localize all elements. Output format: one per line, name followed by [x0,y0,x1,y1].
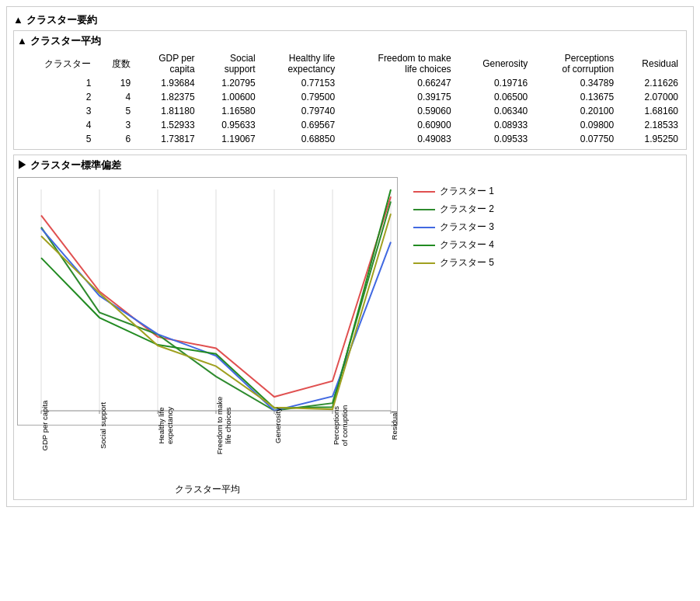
cell-generosity: 0.09533 [456,132,533,146]
cell-count: 19 [96,76,135,90]
cell-healthy: 0.79500 [260,90,340,104]
legend-line [413,209,435,210]
avg-section-title: ▲ クラスター平均 [17,34,683,48]
cell-cluster: 3 [17,104,96,118]
std-collapse-icon[interactable]: ▶ [17,159,27,171]
x-axis-label: Healthy life expectancy [157,407,175,444]
cell-cluster: 4 [17,118,96,132]
legend-label: クラスター 4 [440,238,494,252]
legend-line [413,191,435,193]
cell-corruption: 0.34789 [532,76,618,90]
x-axis-label: Social support [99,402,107,449]
legend-line [413,245,435,246]
legend-label: クラスター 2 [440,203,494,216]
cell-corruption: 0.20100 [532,104,618,118]
cell-gdp: 1.73817 [135,132,199,146]
cell-generosity: 0.08933 [456,118,533,132]
cell-social: 1.19067 [200,132,260,146]
x-axis-label: Freedom to make life choices [215,397,233,454]
col-header-generosity: Generosity [456,51,533,76]
cell-generosity: 0.06340 [456,104,533,118]
legend-item: クラスター 4 [413,238,494,252]
cell-freedom: 0.39175 [340,90,455,104]
col-header-gdp: GDP percapita [135,51,199,76]
cell-healthy: 0.77153 [260,76,340,90]
cell-gdp: 1.52933 [135,118,199,132]
cell-healthy: 0.69567 [260,118,340,132]
table-row: 5 6 1.73817 1.19067 0.68850 0.49083 0.09… [17,132,683,146]
cell-residual: 2.07000 [618,90,683,104]
cell-corruption: 0.13675 [532,90,618,104]
cell-residual: 2.11626 [618,76,683,90]
main-title: ▲ クラスター要約 [13,13,687,27]
cell-cluster: 5 [17,132,96,146]
cell-freedom: 0.49083 [340,132,455,146]
table-row: 4 3 1.52933 0.95633 0.69567 0.60900 0.08… [17,118,683,132]
chart-wrapper: GDP per capitaSocial supportHealthy life… [17,177,398,496]
std-section-title: ▶ クラスター標準偏差 [17,158,683,172]
cluster-avg-section: ▲ クラスター平均 クラスター 度数 GDP percapita Socials… [13,30,687,150]
cell-residual: 1.68160 [618,104,683,118]
legend-line [413,227,435,228]
col-header-healthy: Healthy lifeexpectancy [260,51,340,76]
x-axis-label: Perceptions of corruption [332,405,350,446]
cell-corruption: 0.07750 [532,132,618,146]
cell-social: 1.16580 [200,104,260,118]
col-header-social: Socialsupport [200,51,260,76]
cell-count: 5 [96,104,135,118]
col-header-residual: Residual [618,51,683,76]
col-header-count: 度数 [96,51,135,76]
col-header-freedom: Freedom to makelife choices [340,51,455,76]
table-row: 2 4 1.82375 1.00600 0.79500 0.39175 0.06… [17,90,683,104]
table-header-row: クラスター 度数 GDP percapita Socialsupport Hea… [17,51,683,76]
cell-freedom: 0.59060 [340,104,455,118]
table-body: 1 19 1.93684 1.20795 0.77153 0.66247 0.1… [17,76,683,146]
cell-gdp: 1.82375 [135,90,199,104]
avg-collapse-icon[interactable]: ▲ [17,35,27,47]
cell-social: 1.00600 [200,90,260,104]
legend-item: クラスター 3 [413,221,494,234]
cell-cluster: 1 [17,76,96,90]
cell-count: 6 [96,132,135,146]
cell-count: 4 [96,90,135,104]
x-axis-title: クラスター平均 [17,483,398,496]
table-row: 3 5 1.81180 1.16580 0.79740 0.59060 0.06… [17,104,683,118]
table-row: 1 19 1.93684 1.20795 0.77153 0.66247 0.1… [17,76,683,90]
cell-healthy: 0.68850 [260,132,340,146]
legend-item: クラスター 5 [413,256,494,269]
cell-cluster: 2 [17,90,96,104]
legend-item: クラスター 2 [413,203,494,216]
x-axis-label: Residual [390,412,399,440]
legend-label: クラスター 5 [440,256,494,269]
cell-residual: 1.95250 [618,132,683,146]
x-axis-label: Generosity [273,408,282,443]
line-chart [18,178,399,426]
x-axis-label: GDP per capita [40,401,49,451]
cell-generosity: 0.06500 [456,90,533,104]
legend-item: クラスター 1 [413,185,494,198]
col-header-corruption: Perceptionsof corruption [532,51,618,76]
collapse-icon[interactable]: ▲ [13,14,23,26]
cell-gdp: 1.81180 [135,104,199,118]
cell-corruption: 0.09800 [532,118,618,132]
cell-healthy: 0.79740 [260,104,340,118]
x-axis-labels: GDP per capitaSocial supportHealthy life… [17,426,398,481]
chart-area: GDP per capitaSocial supportHealthy life… [17,177,683,496]
cell-gdp: 1.93684 [135,76,199,90]
legend-line [413,262,435,264]
cell-social: 1.20795 [200,76,260,90]
col-header-cluster: クラスター [17,51,96,76]
cell-count: 3 [96,118,135,132]
legend-label: クラスター 1 [440,185,494,198]
chart-container [17,177,398,426]
cell-freedom: 0.60900 [340,118,455,132]
cell-social: 0.95633 [200,118,260,132]
std-dev-section: ▶ クラスター標準偏差 GDP per capitaSocial support… [13,155,687,500]
outer-container: ▲ クラスター要約 ▲ クラスター平均 クラスター 度数 GDP percapi… [6,6,694,507]
cell-freedom: 0.66247 [340,76,455,90]
cell-generosity: 0.19716 [456,76,533,90]
cell-residual: 2.18533 [618,118,683,132]
legend-label: クラスター 3 [440,221,494,234]
legend: クラスター 1 クラスター 2 クラスター 3 クラスター 4 クラスター 5 [413,177,494,496]
cluster-avg-table: クラスター 度数 GDP percapita Socialsupport Hea… [17,51,683,146]
